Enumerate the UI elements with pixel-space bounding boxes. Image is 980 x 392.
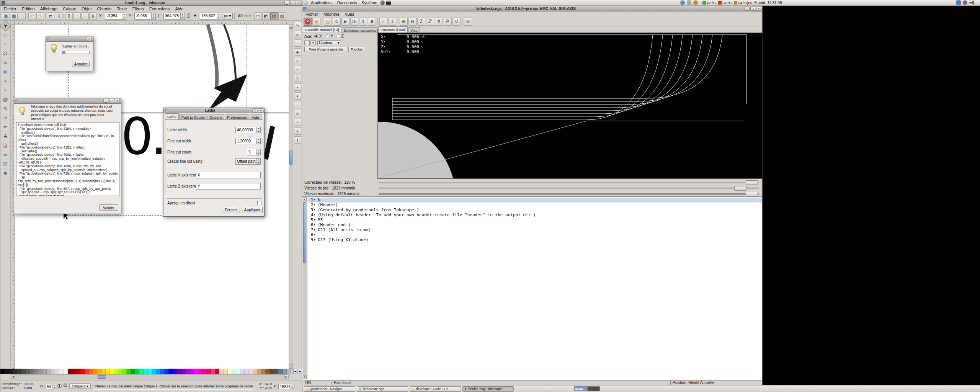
palette-swatch[interactable] <box>13 369 17 374</box>
palette-swatch[interactable] <box>236 369 240 374</box>
palette-swatch[interactable] <box>190 369 194 374</box>
scroll-up-icon[interactable]: ▲ <box>303 198 307 201</box>
gcode-line[interactable]: 4:(Using default header. To add your own… <box>308 212 762 217</box>
snap-midpoints-icon[interactable]: ∙ <box>294 101 301 108</box>
node-editor-icon[interactable]: ◇ <box>1 31 10 39</box>
star-icon[interactable]: ★ <box>1 86 10 94</box>
palette-swatch[interactable] <box>215 369 219 374</box>
palette-swatch[interactable] <box>283 369 287 374</box>
ok-button[interactable]: Valider <box>99 204 118 211</box>
axis-radio-z[interactable]: Z <box>336 34 344 38</box>
open-file-icon[interactable]: ▤ <box>324 18 332 26</box>
live-preview-checkbox[interactable] <box>257 201 261 205</box>
gcode-line[interactable]: 9:G17 (Using XY plane) <box>308 237 762 242</box>
raise-icon[interactable]: ↑ <box>73 12 81 20</box>
gnome-menu-icon[interactable] <box>303 0 308 5</box>
dialog-titlebar[interactable]: ✕ <box>46 36 93 42</box>
cancel-button[interactable]: Annuler <box>72 61 90 67</box>
palette-swatch[interactable] <box>160 369 165 374</box>
scale-corners-icon[interactable]: ◩ <box>262 12 270 20</box>
zoom-out-icon[interactable]: ⊖ <box>408 18 416 26</box>
tab-toolpath[interactable]: Parcours d'outil <box>378 26 408 33</box>
palette-swatch[interactable] <box>30 369 34 374</box>
gcode-scrollbar[interactable]: ▲ ▼ <box>302 197 307 379</box>
palette-swatch[interactable] <box>114 369 118 374</box>
select-all-layers-icon[interactable]: ▦ <box>10 12 18 20</box>
palette-swatch[interactable] <box>257 369 261 374</box>
x-input[interactable]: -0,354▲▼ <box>105 13 126 20</box>
taskbar-button[interactable]: ▤develope : Code : Gc... <box>410 386 461 392</box>
menu-machine[interactable]: Machine <box>321 11 342 17</box>
spinner-icon[interactable]: ▲▼ <box>256 158 260 164</box>
tab-preferences[interactable]: Preferences <box>225 114 249 120</box>
maximize-icon[interactable]: □ <box>290 1 295 5</box>
selector-icon[interactable]: ➤ <box>0 20 11 31</box>
dialog-titlebar[interactable]: ▁ □ ✕ <box>14 98 121 104</box>
palette-swatch[interactable] <box>64 369 68 374</box>
palette-swatch[interactable] <box>5 369 9 374</box>
reload-file-icon[interactable]: ↻ <box>333 18 341 26</box>
scrollbar-thumb[interactable] <box>289 150 292 165</box>
palette-swatch[interactable] <box>101 369 106 374</box>
palette-swatch[interactable] <box>207 369 211 374</box>
spinner-icon[interactable]: ▲▼ <box>52 384 57 389</box>
palette-swatch[interactable] <box>47 369 51 374</box>
rectangle-icon[interactable]: ■ <box>1 59 10 67</box>
palette-swatch[interactable] <box>249 369 253 374</box>
spinner-icon[interactable]: ▲▼ <box>151 13 155 19</box>
workspace-2[interactable] <box>587 386 600 391</box>
workspace-switcher[interactable] <box>574 386 600 391</box>
feed-override-slider[interactable]: Correcteur de vitesse: 120 % <box>302 180 762 185</box>
zoom-control[interactable]: Z : 1584%▲▼ <box>274 384 294 389</box>
snap-bbox-edges-icon[interactable]: ▫ <box>294 39 301 47</box>
palette-swatch[interactable] <box>224 369 228 374</box>
gcode-line[interactable]: 7:G21 (All units in mm) <box>308 227 762 232</box>
jog-speed-slider[interactable]: Vitesse de jog: 1823 mm/min <box>302 185 762 191</box>
maximize-icon[interactable]: □ <box>750 7 755 11</box>
snap-object-centers-icon[interactable]: ⊙ <box>294 110 301 117</box>
dialog-titlebar[interactable]: Lathe □ ✕ <box>163 108 264 113</box>
tray-icon[interactable] <box>680 0 685 5</box>
palette-swatch[interactable] <box>110 369 114 374</box>
lathe-z-axis-remap-input[interactable]: Y <box>196 183 261 189</box>
axis-radio-y[interactable]: Y <box>326 34 333 38</box>
layer-selector[interactable]: Calque 1 ▾ <box>69 383 91 389</box>
slider-handle[interactable] <box>746 192 758 196</box>
palette-swatch[interactable] <box>165 369 169 374</box>
palette-swatch[interactable] <box>203 369 207 374</box>
palette-swatch[interactable] <box>144 369 148 374</box>
snap-cusp-nodes-icon[interactable]: ▪ <box>294 83 301 91</box>
slider-groove[interactable] <box>379 188 759 189</box>
canvas-horizontal-scrollbar[interactable]: ◀ ▶ <box>11 374 289 379</box>
display-icon[interactable] <box>956 0 961 5</box>
terminal-launcher-icon[interactable] <box>386 0 391 5</box>
minimize-icon[interactable]: ▁ <box>745 7 750 11</box>
fine-cut-width-input[interactable]: 1,20000▲▼ <box>235 138 261 144</box>
workspace-1[interactable] <box>574 386 587 391</box>
palette-swatch[interactable] <box>51 369 55 374</box>
palette-swatch[interactable] <box>93 369 97 374</box>
scrollbar-thumb[interactable] <box>303 202 306 263</box>
palette-swatch[interactable] <box>89 369 93 374</box>
sensor-applet[interactable]: 54 °C <box>734 1 747 5</box>
view-z-rotated-icon[interactable]: Z' <box>426 18 434 26</box>
snap-paths-icon[interactable]: ~ <box>294 66 301 73</box>
slider-handle[interactable] <box>734 186 746 191</box>
menu-chemin[interactable]: Chemin <box>94 6 114 11</box>
gcode-line[interactable]: 1:% <box>308 198 762 203</box>
toolpath-preview[interactable]: X:0.000⌂ Y:0.000⌂ Z:0.000⌂ Vel:0.000 <box>377 33 763 179</box>
menu-aide[interactable]: Aide <box>172 6 186 11</box>
palette-swatch[interactable] <box>0 369 5 374</box>
bucket-fill-icon[interactable]: ▰ <box>1 150 10 158</box>
toggle-optional-stop-icon[interactable]: 1 <box>388 18 396 26</box>
layer-lock-icon[interactable] <box>64 384 67 387</box>
clock-applet[interactable]: jeu. 5 août, 11:31:08 <box>747 0 782 6</box>
palette-swatch[interactable] <box>106 369 110 374</box>
menu-fichier[interactable]: Fichier <box>1 6 19 11</box>
stop-icon[interactable]: ■ <box>368 18 376 26</box>
snap-bbox-icon[interactable]: ▭ <box>294 31 301 38</box>
lathe-width-input[interactable]: 40,00000▲▼ <box>235 127 261 133</box>
canvas-vertical-scrollbar[interactable]: ▲ ▼ <box>289 24 293 369</box>
sensor-applet[interactable]: 54 °C <box>718 1 732 5</box>
menu-texte[interactable]: Texte <box>114 6 129 11</box>
